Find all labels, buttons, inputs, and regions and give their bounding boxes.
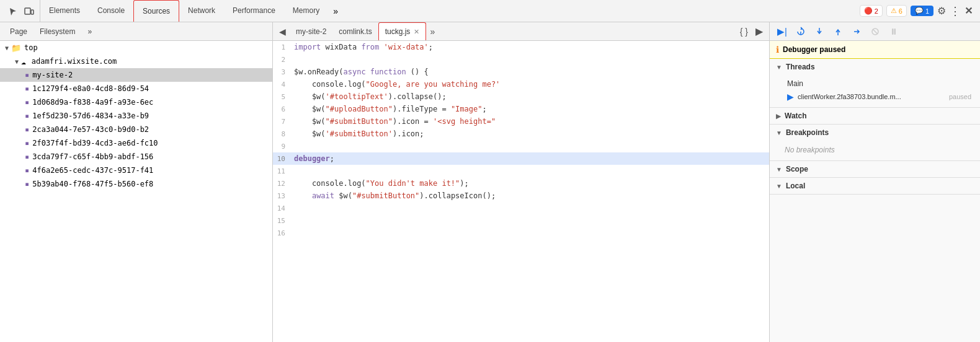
code-line-1: 1 import wixData from 'wix-data';	[273, 41, 769, 53]
code-line-2: 2	[273, 53, 769, 66]
file-tab-my-site-2[interactable]: my-site-2	[290, 22, 332, 40]
more-options-icon[interactable]: ⋮	[950, 4, 961, 18]
tree-label-file-3: 1ef5d230-57d6-4834-a33e-b9	[32, 112, 149, 120]
cursor-icon[interactable]	[6, 4, 20, 18]
tab-console[interactable]: Console	[89, 0, 133, 22]
threads-section-header[interactable]: ▼ Threads	[770, 59, 980, 75]
tab-elements[interactable]: Elements	[40, 0, 89, 22]
code-line-14: 14	[273, 202, 769, 214]
file-tab-close-icon[interactable]: ✕	[414, 28, 419, 36]
step-button[interactable]	[849, 24, 864, 39]
tab-performance[interactable]: Performance	[224, 0, 284, 22]
file-tab-tuckg-label: tuckg.js	[385, 27, 411, 36]
file-icon-3: ▪	[25, 112, 29, 120]
thread-main-label: Main	[787, 79, 803, 88]
code-line-5: 5 $w('#tooltipText').collapse();	[273, 90, 769, 103]
file-tab-comlink[interactable]: comlink.ts	[332, 22, 378, 40]
tab-memory[interactable]: Memory	[284, 0, 328, 22]
tab-network[interactable]: Network	[179, 0, 224, 22]
file-icon-1: ▪	[25, 84, 29, 93]
right-panel: ▶| ℹ Debugger paused	[769, 22, 980, 342]
device-toggle-icon[interactable]	[22, 4, 36, 18]
code-line-4: 4 console.log("Google, are you watching …	[273, 78, 769, 90]
file-tab-tuckg[interactable]: tuckg.js ✕	[378, 22, 427, 40]
threads-section: ▼ Threads Main ▶ clientWorker.2fa38703.b…	[770, 59, 980, 108]
more-tabs-button[interactable]: »	[328, 0, 343, 22]
scope-section: ▼ Scope	[770, 161, 980, 178]
message-icon: 💬	[915, 7, 924, 15]
folder-icon-top: 📁	[11, 43, 21, 53]
error-count: 2	[875, 7, 878, 15]
file-icon-6: ▪	[25, 152, 29, 161]
tree-item-file-6[interactable]: ▪ 3cda79f7-c65f-4bb9-abdf-156	[0, 150, 272, 164]
run-snippet-icon[interactable]: ▶	[752, 25, 767, 37]
breakpoints-label: Breakpoints	[786, 128, 829, 137]
step-over-button[interactable]	[793, 24, 808, 39]
pretty-print-icon[interactable]: { }	[736, 27, 752, 37]
svg-rect-0	[25, 8, 30, 14]
svg-line-6	[873, 29, 878, 34]
code-editor[interactable]: 1 import wixData from 'wix-data'; 2 3 $w…	[273, 41, 769, 342]
scope-section-header[interactable]: ▼ Scope	[770, 161, 980, 177]
left-panel: Page Filesystem » ▼ 📁 top ▼ ☁ adamfri.wi…	[0, 22, 273, 342]
code-line-11: 11	[273, 165, 769, 177]
error-badge[interactable]: 🔴 2	[860, 5, 883, 17]
code-panel: ◀ my-site-2 comlink.ts tuckg.js ✕ » { } …	[273, 22, 769, 342]
code-line-13: 13 await $w("#submitButton").collapseIco…	[273, 190, 769, 202]
tree-item-domain[interactable]: ▼ ☁ adamfri.wixsite.com	[0, 55, 272, 68]
deactivate-breakpoints-button[interactable]	[868, 24, 883, 39]
no-breakpoints-text: No breakpoints	[785, 143, 974, 157]
settings-icon[interactable]: ⚙	[937, 5, 946, 17]
status-info-icon: ℹ	[776, 45, 779, 55]
breakpoints-section: ▼ Breakpoints No breakpoints	[770, 125, 980, 161]
tree-item-file-3[interactable]: ▪ 1ef5d230-57d6-4834-a33e-b9	[0, 109, 272, 123]
warning-badge[interactable]: ⚠ 6	[886, 5, 907, 17]
code-line-15: 15	[273, 214, 769, 227]
subtab-filesystem[interactable]: Filesystem	[33, 22, 81, 40]
thread-client-worker[interactable]: ▶ clientWorker.2fa38703.bundle.m... paus…	[785, 90, 974, 103]
tree-item-file-1[interactable]: ▪ 1c1279f4-e8a0-4cd8-86d9-54	[0, 82, 272, 95]
subtab-page[interactable]: Page	[4, 22, 33, 40]
debugger-toolbar: ▶|	[770, 22, 980, 41]
svg-rect-7	[892, 28, 894, 35]
thread-main[interactable]: Main	[785, 77, 974, 90]
breakpoints-section-header[interactable]: ▼ Breakpoints	[770, 125, 980, 141]
tree-item-top[interactable]: ▼ 📁 top	[0, 41, 272, 55]
tree-item-file-7[interactable]: ▪ 4f6a2e65-cedc-437c-9517-f41	[0, 164, 272, 177]
file-tab-more-button[interactable]: »	[426, 27, 439, 37]
step-into-button[interactable]	[812, 24, 827, 39]
toolbar-right: 🔴 2 ⚠ 6 💬 1 ⚙ ⋮ ✕	[855, 4, 978, 18]
pause-on-exceptions-button[interactable]	[886, 24, 901, 39]
tree-item-file-5[interactable]: ▪ 2f037f4f-bd39-4cd3-ae6d-fc10	[0, 136, 272, 150]
tree-arrow-top: ▼	[5, 45, 9, 51]
tree-item-file-2[interactable]: ▪ 1d068d9a-f838-4a9f-a93e-6ec	[0, 95, 272, 109]
tab-sources[interactable]: Sources	[133, 0, 179, 22]
code-line-12: 12 console.log("You didn't make it!");	[273, 177, 769, 190]
file-tab-back-arrow[interactable]: ◀	[275, 27, 290, 37]
breakpoints-arrow-icon: ▼	[776, 129, 782, 136]
resume-button[interactable]: ▶|	[775, 24, 790, 39]
close-icon[interactable]: ✕	[964, 5, 973, 17]
cloud-icon: ☁	[21, 57, 26, 66]
message-badge[interactable]: 💬 1	[911, 6, 933, 16]
tree-label-file-4: 2ca3a044-7e57-43c0-b9d0-b2	[32, 125, 149, 134]
tree-item-file-4[interactable]: ▪ 2ca3a044-7e57-43c0-b9d0-b2	[0, 123, 272, 136]
threads-list: Main ▶ clientWorker.2fa38703.bundle.m...…	[770, 75, 980, 107]
message-count: 1	[925, 7, 929, 15]
main-toolbar: Elements Console Sources Network Perform…	[0, 0, 980, 22]
watch-section-header[interactable]: ▶ Watch	[770, 108, 980, 124]
step-out-button[interactable]	[831, 24, 845, 39]
tree-label-file-8: 5b39ab40-f768-47f5-b560-ef8	[32, 180, 153, 188]
scope-arrow-icon: ▼	[776, 166, 782, 173]
tree-item-my-site-2[interactable]: ▪ my-site-2	[0, 68, 272, 82]
local-section-header[interactable]: ▼ Local	[770, 178, 980, 194]
code-line-3: 3 $w.onReady(async function () {	[273, 66, 769, 78]
svg-rect-8	[894, 28, 896, 35]
tree-label-top: top	[24, 43, 38, 52]
tree-item-file-8[interactable]: ▪ 5b39ab40-f768-47f5-b560-ef8	[0, 177, 272, 191]
code-line-16: 16	[273, 227, 769, 239]
local-section: ▼ Local	[770, 178, 980, 195]
breakpoints-content: No breakpoints	[770, 141, 980, 160]
file-tree: ▼ 📁 top ▼ ☁ adamfri.wixsite.com ▪ my-sit…	[0, 41, 272, 342]
subtab-more[interactable]: »	[81, 22, 98, 40]
